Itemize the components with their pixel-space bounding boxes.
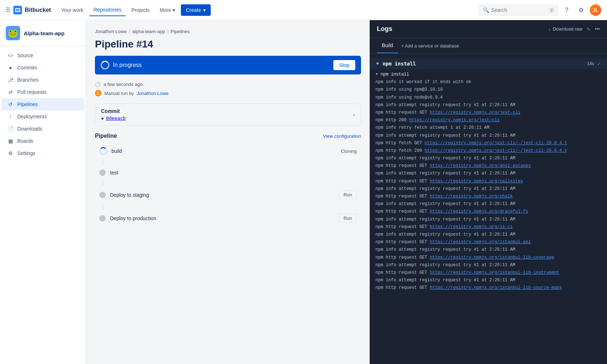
- create-button[interactable]: Create ▾: [181, 4, 211, 16]
- sidebar-item-label: Pull requests: [17, 89, 46, 95]
- more-dropdown[interactable]: More ▾: [155, 4, 179, 16]
- staging-pending-icon: [99, 192, 106, 198]
- sidebar-item-pull-requests[interactable]: ⇄ Pull requests: [1, 86, 85, 98]
- commit-section[interactable]: Commit ◆ 0deeacb ›: [95, 104, 361, 126]
- bitbucket-logo-icon: [13, 6, 22, 14]
- commit-icon: ◆: [101, 115, 104, 121]
- logs-section-header[interactable]: ▼ npm install 14s ✓: [370, 58, 607, 69]
- trigger-user-link[interactable]: Jonathon Lowe: [137, 91, 168, 96]
- pipeline-step-test[interactable]: test: [95, 166, 361, 179]
- top-navigation: ⠿ Bitbucket Your work Repositories Proje…: [0, 0, 607, 20]
- log-link[interactable]: https://registry.npmjs.org/jest-cli/-/je…: [425, 141, 567, 146]
- sidebar-item-boards[interactable]: ▦ Boards: [1, 135, 85, 147]
- user-trigger-avatar: JL: [95, 90, 101, 96]
- log-link[interactable]: https://registry.npmjs.org/jest-cli/-/je…: [425, 148, 567, 153]
- log-link[interactable]: https://registry.npmjs.org/istanbul-api: [430, 240, 531, 245]
- log-link[interactable]: https://registry.npmjs.org/chalk: [430, 194, 512, 199]
- view-configuration-link[interactable]: View configuration: [323, 133, 361, 139]
- breadcrumb-sep-1: /: [129, 29, 130, 34]
- pipeline-step-production[interactable]: Deploy to production Run: [95, 210, 361, 226]
- sidebar-item-label: Downloads: [17, 126, 42, 132]
- pipeline-step-staging[interactable]: Deploy to staging Run: [95, 187, 361, 203]
- sidebar-item-pipelines[interactable]: ↺ Pipelines: [1, 98, 85, 110]
- projects-link[interactable]: Projects: [127, 4, 154, 16]
- log-line: npm info using npm@3.10.10: [370, 86, 607, 94]
- status-bar: In progress Stop: [95, 56, 361, 74]
- logs-content: + npm install npm info it worked if it e…: [370, 69, 607, 293]
- build-spinner-icon: [99, 147, 107, 155]
- expand-button[interactable]: ⤡: [587, 26, 590, 32]
- log-line: npm http request GET https://registry.np…: [370, 223, 607, 231]
- log-line: npm http request GET https://registry.np…: [370, 238, 607, 246]
- source-icon: <>: [7, 53, 14, 58]
- pipeline-step-build[interactable]: build Cloning: [95, 144, 361, 159]
- log-link[interactable]: https://registry.npmjs.org/istanbul-lib-…: [430, 285, 562, 290]
- help-button[interactable]: ?: [561, 4, 572, 16]
- section-check-icon: ✓: [597, 61, 601, 67]
- download-raw-button[interactable]: ↓ Download raw: [548, 26, 582, 32]
- log-link[interactable]: https://registry.npmjs.org/istanbul-lib-…: [430, 270, 559, 275]
- search-box[interactable]: 🔍 /: [479, 5, 558, 15]
- chevron-down-icon: ▾: [203, 7, 206, 13]
- run-staging-button[interactable]: Run: [339, 190, 357, 199]
- sidebar-item-label: Deployments: [17, 114, 47, 119]
- page-title: Pipeline #14: [95, 38, 361, 50]
- repositories-link[interactable]: Repositories: [89, 4, 126, 16]
- pipeline-meta: 🕐 a few seconds ago JL Manual run by Jon…: [95, 82, 361, 96]
- downloads-icon: 📄: [7, 126, 14, 132]
- settings-button[interactable]: ⚙: [575, 4, 587, 16]
- sidebar-item-branches[interactable]: ⎇ Branches: [1, 74, 85, 86]
- status-label: In progress: [113, 62, 142, 68]
- pipeline-steps: build Cloning test Deploy to staging Run…: [95, 144, 361, 226]
- section-chevron-icon: ▼: [375, 61, 380, 66]
- log-line: npm http request GET https://registry.np…: [370, 269, 607, 277]
- sidebar-item-commits[interactable]: ● Commits: [1, 62, 85, 74]
- search-input[interactable]: [491, 7, 547, 13]
- breadcrumb-section[interactable]: Pipelines: [171, 29, 190, 34]
- log-link[interactable]: https://registry.npmjs.org/graceful-fs: [430, 209, 528, 214]
- app-logo[interactable]: ⠿ Bitbucket: [6, 6, 51, 14]
- log-line: npm http request GET https://registry.np…: [370, 109, 607, 117]
- sidebar-item-downloads[interactable]: 📄 Downloads: [1, 123, 85, 135]
- breadcrumb-user[interactable]: Jonathon Lowe: [95, 29, 127, 34]
- log-line: npm info it worked if it ends with ok: [370, 78, 607, 86]
- run-production-button[interactable]: Run: [339, 214, 357, 223]
- project-avatar: 🐸: [6, 26, 20, 40]
- your-work-link[interactable]: Your work: [57, 4, 88, 16]
- log-link[interactable]: https://registry.npmjs.org/jest-cli: [409, 118, 500, 123]
- tab-add-service[interactable]: + Add a service or database: [398, 39, 462, 53]
- log-line: npm info attempt registry request try #1…: [370, 155, 607, 162]
- stop-button[interactable]: Stop: [333, 60, 355, 70]
- deployments-icon: ↑: [7, 114, 14, 119]
- sidebar-item-settings[interactable]: ⚙ Settings: [1, 147, 85, 159]
- log-line: npm info attempt registry request try #1…: [370, 216, 607, 223]
- log-line: npm info attempt registry request try #1…: [370, 200, 607, 208]
- app-name: Bitbucket: [25, 7, 51, 13]
- log-link[interactable]: https://registry.npmjs.org/jest-cli: [430, 110, 520, 115]
- status-left: In progress: [101, 61, 142, 69]
- sidebar-item-deployments[interactable]: ↑ Deployments: [1, 110, 85, 123]
- breadcrumb-sep-2: /: [167, 29, 169, 34]
- log-link[interactable]: https://registry.npmjs.org/is-ci: [430, 224, 512, 229]
- more-options-button[interactable]: •••: [595, 26, 600, 32]
- log-link[interactable]: https://registry.npmjs.org/istanbul-lib-…: [430, 255, 554, 260]
- settings-icon: ⚙: [7, 150, 14, 156]
- commit-hash-link[interactable]: 0deeacb: [106, 115, 126, 121]
- log-line: npm info attempt registry request try #1…: [370, 231, 607, 238]
- sidebar-item-source[interactable]: <> Source: [1, 49, 85, 62]
- breadcrumb-repo[interactable]: alpha-team-app: [132, 29, 165, 34]
- search-icon: 🔍: [483, 7, 489, 13]
- main-layout: 🐸 Alpha-team-app <> Source ● Commits ⎇ B…: [0, 20, 607, 364]
- sidebar-header: 🐸 Alpha-team-app: [0, 20, 86, 46]
- log-link[interactable]: https://registry.npmjs.org/ansi-escapes: [430, 163, 531, 168]
- tab-build[interactable]: Build: [377, 38, 398, 53]
- step-connector-1: [102, 159, 103, 166]
- logs-body[interactable]: ▼ npm install 14s ✓ + npm install npm in…: [370, 54, 607, 364]
- sidebar-item-label: Boards: [17, 138, 33, 144]
- log-link[interactable]: https://registry.npmjs.org/callsites: [430, 179, 523, 184]
- grid-icon[interactable]: ⠿: [6, 6, 10, 14]
- download-icon: ↓: [548, 26, 551, 32]
- user-avatar[interactable]: JL: [590, 4, 601, 16]
- sidebar-item-label: Settings: [17, 150, 36, 156]
- log-line: npm info attempt registry request try #1…: [370, 170, 607, 177]
